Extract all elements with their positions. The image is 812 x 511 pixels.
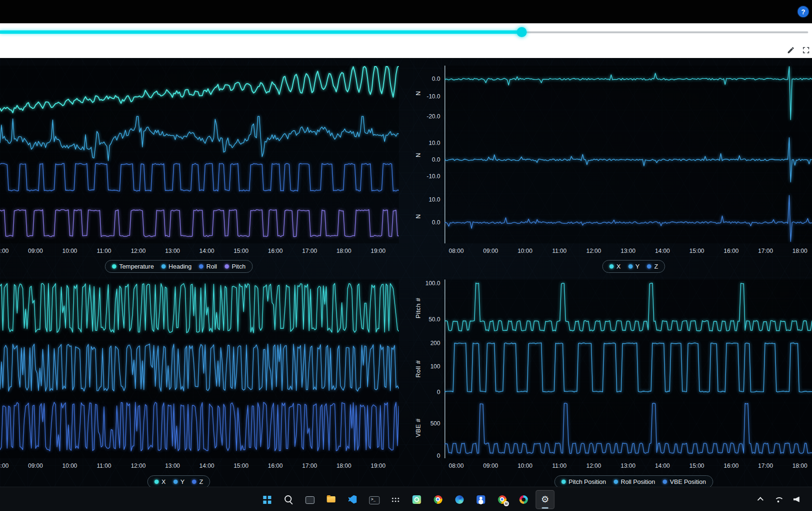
x-tick-label: 14:00: [655, 248, 670, 254]
panel-actuator-positions: Pitch PositionRoll PositionVBE Position …: [402, 272, 812, 487]
legend-dot: [614, 480, 618, 484]
chrome-icon[interactable]: [429, 490, 448, 509]
legend-label: Z: [199, 478, 203, 485]
x-tick-label: 16:00: [724, 463, 738, 469]
y-axis-title: N: [415, 214, 422, 219]
x-tick-label: 15:00: [689, 463, 704, 469]
legend-item-heading[interactable]: Heading: [162, 263, 192, 270]
explorer-icon[interactable]: [322, 490, 341, 509]
legend-label: X: [617, 263, 621, 270]
legend-label: Pitch: [232, 263, 245, 270]
pencil-icon: [787, 46, 795, 56]
legend-item-temperature[interactable]: Temperature: [112, 263, 154, 270]
terminal-icon[interactable]: [365, 490, 384, 509]
screen: ? TemperatureHeadingRollPitch 08:0009: [0, 0, 812, 511]
legend-item-y[interactable]: Y: [628, 263, 640, 270]
legend-item-z[interactable]: Z: [192, 478, 203, 485]
x-tick-label: 10:00: [518, 248, 532, 254]
legend-sensor-history: TemperatureHeadingRollPitch: [105, 260, 253, 273]
grid-icon[interactable]: [386, 490, 405, 509]
y-axis-title: N: [415, 91, 422, 96]
toolbar-strip: [0, 23, 812, 58]
slider-track-rest: [522, 31, 808, 33]
legend-item-pitch[interactable]: Pitch: [224, 263, 245, 270]
y-tick-label: 100.0: [425, 280, 440, 287]
start-icon[interactable]: [258, 490, 277, 509]
x-tick-label: 18:00: [793, 463, 807, 469]
legend-item-x[interactable]: X: [609, 263, 621, 270]
slider-handle[interactable]: [517, 27, 527, 37]
x-tick-label: 19:00: [371, 248, 386, 254]
x-tick-label: 15:00: [233, 463, 248, 469]
legend-label: VBE Position: [670, 478, 706, 485]
edit-button[interactable]: [786, 46, 795, 56]
y-axis-title: N: [415, 153, 422, 158]
x-tick-label: 08:00: [449, 463, 464, 469]
legend-actuator-positions: Pitch PositionRoll PositionVBE Position: [554, 475, 713, 487]
series-x: [0, 283, 399, 333]
y-tick-label: 100: [430, 363, 440, 370]
legend-item-x[interactable]: X: [155, 478, 166, 485]
legend-xyz-signals: XYZ: [147, 475, 210, 487]
volume-icon[interactable]: [791, 494, 802, 505]
legend-dot: [663, 480, 667, 484]
legend-item-y[interactable]: Y: [174, 478, 185, 485]
profile-badge: M: [504, 501, 509, 506]
legend-label: Z: [654, 263, 658, 270]
panel-sensor-history: TemperatureHeadingRollPitch 08:0009:0010…: [0, 58, 402, 272]
pinwheel-icon[interactable]: [514, 490, 533, 509]
fullscreen-button[interactable]: [801, 46, 811, 56]
y-tick-label: 0: [437, 453, 440, 459]
x-tick-label: 16:00: [268, 463, 282, 469]
taskbar: M: [0, 487, 812, 511]
x-tick-label: 08:00: [449, 248, 464, 254]
active-indicator: [542, 507, 549, 509]
search-icon[interactable]: [279, 490, 298, 509]
y-axis-title: VBE #: [415, 418, 422, 437]
x-tick-label: 13:00: [165, 463, 180, 469]
x-tick-label: 09:00: [28, 248, 43, 254]
legend-label: Pitch Position: [569, 478, 606, 485]
chart-xyz-signals: [0, 280, 399, 458]
legend-label: Y: [181, 478, 185, 485]
x-tick-label: 08:00: [0, 463, 9, 469]
x-tick-label: 10:00: [518, 463, 532, 469]
dashboard: TemperatureHeadingRollPitch 08:0009:0010…: [0, 58, 812, 487]
legend-item-roll[interactable]: Roll: [199, 263, 217, 270]
x-tick-label: 17:00: [302, 248, 317, 254]
legend-item-roll-position[interactable]: Roll Position: [614, 478, 655, 485]
x-tick-label: 13:00: [620, 248, 635, 254]
chart-actuator-positions: [445, 280, 812, 458]
legend-item-z[interactable]: Z: [647, 263, 658, 270]
legend-dot: [224, 264, 229, 269]
edge-icon[interactable]: [450, 490, 469, 509]
y-tick-label: 0.0: [432, 156, 440, 163]
x-tick-label: 17:00: [758, 248, 773, 254]
x-tick-label: 09:00: [483, 463, 498, 469]
x-tick-label: 11:00: [97, 248, 111, 254]
y-tick-label: 200: [430, 340, 440, 347]
settings-icon[interactable]: [536, 490, 555, 509]
legend-item-pitch-position[interactable]: Pitch Position: [561, 478, 606, 485]
chrome2-icon[interactable]: M: [493, 490, 512, 509]
legend-item-vbe-position[interactable]: VBE Position: [663, 478, 706, 485]
help-button[interactable]: ?: [798, 6, 809, 17]
taskview-icon[interactable]: [300, 490, 319, 509]
wifi-icon[interactable]: [773, 494, 783, 505]
photos-icon[interactable]: [407, 490, 426, 509]
contact-icon[interactable]: [472, 490, 491, 509]
timeline-slider[interactable]: [0, 29, 812, 41]
y-tick-label: -20.0: [427, 113, 441, 120]
x-tick-label: 14:00: [199, 248, 214, 254]
chevron-up-icon[interactable]: [755, 494, 765, 505]
top-titlebar: ?: [0, 0, 812, 23]
series-heading: [0, 116, 399, 161]
series-y: [0, 344, 399, 392]
panel-vibration-xyz: XYZ 08:0009:0010:0011:0012:0013:0014:001…: [402, 58, 812, 272]
legend-label: Roll: [206, 263, 217, 270]
legend-dot: [609, 264, 614, 269]
y-tick-label: 10.0: [429, 196, 440, 203]
y-axis-title: Pitch #: [415, 298, 422, 318]
series-x: [445, 67, 812, 120]
vscode-icon[interactable]: [343, 490, 362, 509]
